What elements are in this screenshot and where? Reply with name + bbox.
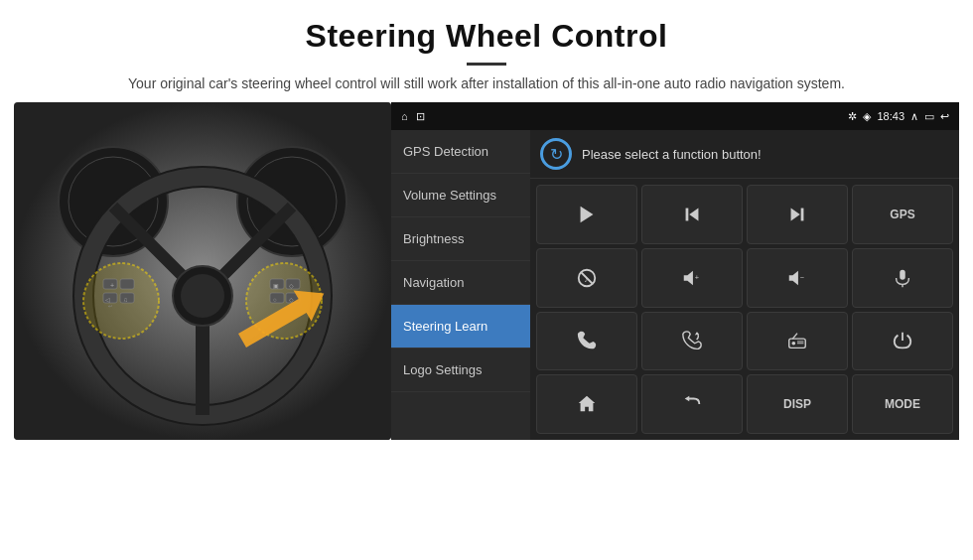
back-nav-button[interactable]: [641, 374, 743, 434]
vol-down-button[interactable]: −: [747, 248, 848, 308]
svg-point-11: [181, 274, 224, 318]
home-icon: ⌂: [401, 110, 408, 122]
subtitle: Your original car's steering wheel contr…: [128, 73, 845, 94]
svg-rect-33: [686, 208, 689, 220]
power-button[interactable]: [852, 312, 953, 371]
next-button[interactable]: [747, 185, 848, 244]
wifi-icon: ◈: [863, 110, 871, 123]
play-button[interactable]: [536, 185, 637, 244]
svg-line-50: [792, 334, 797, 340]
page-title: Steering Wheel Control: [128, 18, 845, 55]
svg-marker-39: [684, 270, 693, 285]
svg-text:♫: ♫: [123, 297, 128, 303]
menu-item-navigation[interactable]: Navigation: [391, 261, 530, 305]
phone-button[interactable]: [536, 312, 637, 371]
svg-text:♪: ♪: [584, 274, 588, 283]
top-bar-message: Please select a function button!: [582, 147, 762, 162]
home-button[interactable]: [536, 374, 637, 434]
notification-icon: ⊡: [416, 110, 425, 123]
left-menu: GPS Detection Volume Settings Brightness…: [391, 130, 530, 440]
svg-text:↩: ↩: [108, 303, 112, 309]
window-icon: ▭: [924, 110, 934, 123]
menu-item-logo[interactable]: Logo Settings: [391, 349, 530, 392]
radio-button[interactable]: [747, 312, 848, 371]
status-bar: ⌂ ⊡ ✲ ◈ 18:43 ∧ ▭ ↩: [391, 102, 959, 130]
bluetooth-icon: ✲: [848, 110, 857, 123]
mode-button[interactable]: MODE: [852, 374, 953, 434]
menu-item-gps[interactable]: GPS Detection: [391, 130, 530, 174]
page: Steering Wheel Control Your original car…: [0, 0, 973, 560]
prev-button[interactable]: [641, 185, 743, 244]
sync-icon: ↻: [540, 138, 572, 170]
svg-marker-34: [791, 208, 800, 220]
svg-marker-41: [789, 270, 798, 285]
header: Steering Wheel Control Your original car…: [69, 0, 904, 102]
svg-text:◇: ◇: [289, 283, 294, 289]
back-icon: ↩: [940, 110, 949, 123]
svg-text:○: ○: [273, 297, 277, 303]
expand-icon: ∧: [910, 110, 918, 123]
svg-text:◇: ◇: [289, 297, 294, 303]
menu-item-steering-learn[interactable]: Steering Learn: [391, 305, 530, 349]
svg-point-47: [792, 342, 796, 346]
svg-rect-43: [900, 269, 905, 279]
svg-rect-15: [120, 279, 134, 289]
svg-marker-31: [581, 207, 594, 223]
status-right: ✲ ◈ 18:43 ∧ ▭ ↩: [848, 110, 949, 123]
right-panel: ↻ Please select a function button!: [530, 130, 959, 440]
title-divider: [467, 63, 506, 66]
top-bar: ↻ Please select a function button!: [530, 130, 959, 179]
steering-wheel-image: + ◁ ↩ ♫ ▣ ◇ ○ ◇: [14, 102, 391, 440]
svg-marker-32: [689, 208, 698, 220]
mute-button[interactable]: ♪: [536, 248, 637, 308]
svg-text:+: +: [110, 282, 114, 289]
svg-marker-51: [579, 396, 596, 412]
unit-content: GPS Detection Volume Settings Brightness…: [391, 130, 959, 440]
status-time: 18:43: [877, 110, 904, 122]
svg-text:▣: ▣: [273, 283, 279, 289]
disp-button[interactable]: DISP: [747, 374, 848, 434]
vol-up-button[interactable]: +: [641, 248, 743, 308]
menu-item-brightness[interactable]: Brightness: [391, 217, 530, 261]
menu-item-volume[interactable]: Volume Settings: [391, 174, 530, 217]
call-rotate-button[interactable]: [641, 312, 743, 371]
svg-rect-35: [801, 208, 804, 220]
mic-button[interactable]: [852, 248, 953, 308]
main-content: + ◁ ↩ ♫ ▣ ◇ ○ ◇: [0, 102, 973, 560]
status-left: ⌂ ⊡: [401, 110, 425, 123]
svg-text:+: +: [695, 272, 699, 281]
icon-grid: GPS ♪: [530, 179, 959, 440]
head-unit: ⌂ ⊡ ✲ ◈ 18:43 ∧ ▭ ↩ GPS Detection Volume…: [391, 102, 959, 440]
svg-text:−: −: [800, 272, 804, 281]
svg-marker-52: [685, 396, 690, 402]
gps-button[interactable]: GPS: [852, 185, 953, 244]
